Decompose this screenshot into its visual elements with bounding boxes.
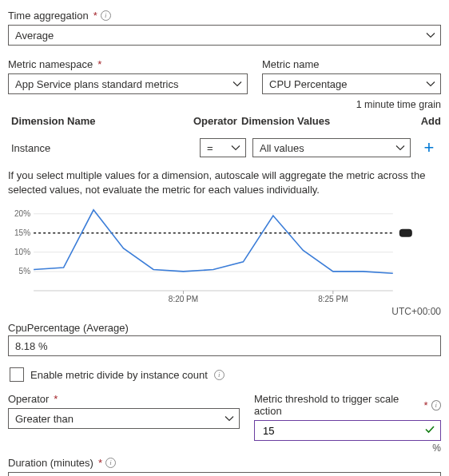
info-icon[interactable]: i xyxy=(101,10,111,21)
threshold-unit: % xyxy=(254,442,441,454)
svg-text:20%: 20% xyxy=(14,209,30,218)
metric-namespace-label: Metric namespace xyxy=(8,58,93,70)
svg-text:5%: 5% xyxy=(19,267,31,276)
metric-name-value: CPU Percentage xyxy=(269,78,348,90)
time-aggregation-value: Average xyxy=(15,30,54,42)
required-mark: * xyxy=(54,393,58,405)
divide-by-instance-label: Enable metric divide by instance count xyxy=(30,369,208,381)
divide-by-instance-checkbox[interactable] xyxy=(10,367,24,382)
chevron-down-icon xyxy=(426,79,435,89)
operator-label: Operator xyxy=(8,393,49,405)
svg-text:8:25 PM: 8:25 PM xyxy=(318,295,348,303)
metric-namespace-select[interactable]: App Service plans standard metrics xyxy=(8,73,248,94)
current-metric-value: 8.18 % xyxy=(15,340,47,352)
current-metric-value-box: 8.18 % xyxy=(8,335,441,356)
svg-text:10%: 10% xyxy=(14,248,30,256)
threshold-input-box[interactable] xyxy=(254,420,441,441)
dimension-operator-select[interactable]: = xyxy=(200,138,246,157)
info-icon[interactable]: i xyxy=(431,400,441,411)
svg-rect-8 xyxy=(399,229,412,237)
dimension-values-header: Dimension Values xyxy=(241,115,417,127)
info-icon[interactable]: i xyxy=(105,458,116,468)
duration-input-box[interactable] xyxy=(8,472,441,476)
required-mark: * xyxy=(98,457,102,469)
dimension-values-select[interactable]: All values xyxy=(252,138,411,157)
dimension-op-header: Operator xyxy=(193,115,241,127)
time-grain-text: 1 minute time grain xyxy=(8,99,441,110)
chevron-down-icon xyxy=(224,414,234,423)
duration-label: Duration (minutes) xyxy=(8,457,93,469)
required-mark: * xyxy=(424,399,428,411)
required-mark: * xyxy=(93,10,97,22)
metric-chart: 5%10%15%20%8:20 PM8:25 PM xyxy=(8,201,441,305)
dimension-name-header: Dimension Name xyxy=(8,115,193,127)
svg-text:15%: 15% xyxy=(14,228,30,237)
time-aggregation-label: Time aggregation xyxy=(8,10,89,22)
dimension-values-value: All values xyxy=(260,142,304,154)
dimension-add-header: Add xyxy=(417,115,441,127)
metric-name-select[interactable]: CPU Percentage xyxy=(262,73,441,94)
chevron-down-icon xyxy=(426,30,435,40)
chart-timezone: UTC+00:00 xyxy=(8,306,441,317)
operator-select[interactable]: Greater than xyxy=(8,408,240,429)
chevron-down-icon xyxy=(232,79,242,89)
check-icon xyxy=(424,424,435,438)
metric-name-label: Metric name xyxy=(262,58,320,70)
required-mark: * xyxy=(97,58,101,70)
metric-namespace-value: App Service plans standard metrics xyxy=(15,78,178,90)
operator-value: Greater than xyxy=(15,413,74,425)
threshold-input[interactable] xyxy=(261,424,434,438)
dimension-name-value: Instance xyxy=(8,142,193,154)
current-metric-label: CpuPercentage (Average) xyxy=(8,322,441,334)
svg-text:8:20 PM: 8:20 PM xyxy=(169,295,198,303)
dimension-operator-value: = xyxy=(207,142,213,154)
threshold-label: Metric threshold to trigger scale action xyxy=(254,393,419,417)
time-aggregation-select[interactable]: Average xyxy=(8,25,441,46)
chevron-down-icon xyxy=(231,143,240,153)
info-icon[interactable]: i xyxy=(214,370,224,380)
dimension-help-text: If you select multiple values for a dime… xyxy=(8,169,441,196)
chevron-down-icon xyxy=(395,143,405,153)
add-dimension-button[interactable]: + xyxy=(424,139,435,157)
